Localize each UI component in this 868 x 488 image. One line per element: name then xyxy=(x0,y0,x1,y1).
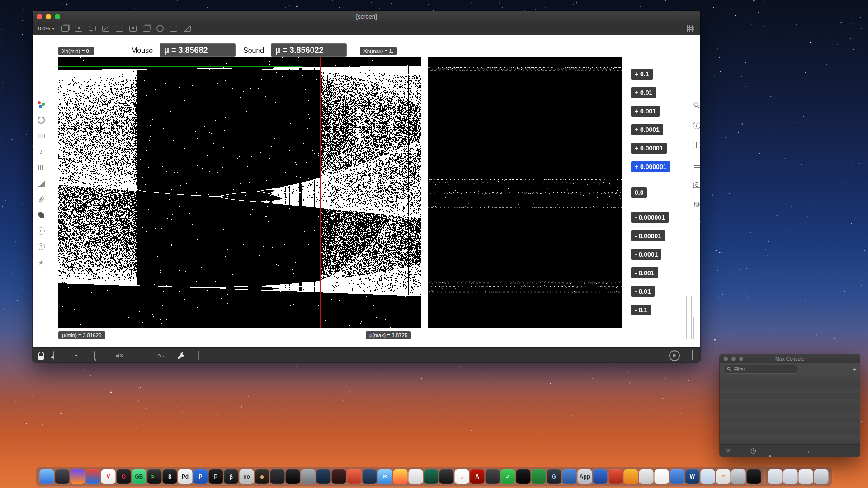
sequencer-icon[interactable] xyxy=(37,163,46,172)
bifurcation-diagram-display[interactable] xyxy=(58,57,421,328)
dock-icon-gb-studio[interactable]: GB xyxy=(132,469,146,484)
warnings-icon[interactable] xyxy=(767,447,773,455)
console-list-icon[interactable] xyxy=(693,161,700,169)
xn-min-label[interactable]: Xn(min) = 0. xyxy=(58,47,94,55)
clear-console-icon[interactable] xyxy=(726,447,730,455)
filter-searchbox[interactable] xyxy=(723,365,798,374)
dock-icon-iphone-sim[interactable] xyxy=(286,469,300,484)
dock-icon-dots-app[interactable] xyxy=(270,469,285,484)
signal-probe-icon[interactable] xyxy=(693,201,700,209)
select-tool-icon[interactable] xyxy=(53,352,54,360)
console-titlebar[interactable]: Max Console xyxy=(720,354,860,363)
filter-input[interactable] xyxy=(733,366,795,372)
dock-icon-wave-app[interactable] xyxy=(701,469,715,484)
dock-icon-blue-doc[interactable] xyxy=(670,469,684,484)
sound-mu-numberbox[interactable]: μ = 3.856022 xyxy=(271,43,347,57)
close-button[interactable] xyxy=(37,14,42,19)
dock-icon-music[interactable]: ♪ xyxy=(455,469,469,484)
minimize-button[interactable] xyxy=(46,14,51,19)
dock-icon-rocket-app[interactable] xyxy=(347,469,362,484)
history-clock-icon[interactable] xyxy=(750,448,756,454)
zoom-window-button[interactable] xyxy=(739,357,743,361)
inspector-info-icon[interactable] xyxy=(693,121,700,129)
object-palette-icon[interactable] xyxy=(37,100,46,109)
toggle-box-icon[interactable] xyxy=(129,26,137,32)
close-button[interactable] xyxy=(724,357,728,361)
dock-icon-adobe[interactable]: A xyxy=(470,469,485,484)
dock-icon-word[interactable]: W xyxy=(685,469,700,484)
delete-object-icon[interactable] xyxy=(102,26,109,32)
dock-icon-eight-app[interactable]: 8 xyxy=(163,469,177,484)
step-button[interactable]: - 0.000001 xyxy=(631,212,669,223)
object-box-icon[interactable] xyxy=(75,26,82,32)
step-button[interactable]: - 0.01 xyxy=(631,286,655,297)
dock-icon-vivaldi[interactable]: V xyxy=(101,469,116,484)
dock-icon-red-orb[interactable] xyxy=(609,469,623,484)
dock-icon-opera[interactable]: O xyxy=(117,469,131,484)
search-icon[interactable] xyxy=(693,101,700,109)
step-button[interactable]: + 0.0001 xyxy=(631,124,663,135)
zoom-window-button[interactable] xyxy=(55,14,60,19)
max-logo-icon[interactable] xyxy=(37,211,46,220)
message-box-icon[interactable] xyxy=(116,26,123,32)
dock-icon-trash[interactable] xyxy=(814,469,829,484)
xn-max-label[interactable]: Xn(max) = 1. xyxy=(360,47,397,55)
dock-icon-darkred-app[interactable] xyxy=(332,469,346,484)
dock-icon-terminal[interactable]: >_ xyxy=(147,469,162,484)
duplicate-icon[interactable] xyxy=(143,26,150,32)
step-button[interactable]: 0.0 xyxy=(631,187,647,198)
lock-icon[interactable] xyxy=(38,352,44,360)
patcher-titlebar[interactable]: [screen] xyxy=(33,11,700,22)
kslider-piano-icon[interactable] xyxy=(198,352,199,360)
dock-icon-audio-interface[interactable] xyxy=(301,469,316,484)
dock-icon-mainstage[interactable] xyxy=(439,469,454,484)
dock-icon-dark-clock[interactable] xyxy=(747,469,761,484)
dock-icon-timer[interactable] xyxy=(409,469,423,484)
dock-icon-beta-app[interactable]: β xyxy=(224,469,239,484)
media-browser-icon[interactable] xyxy=(37,147,46,156)
dock-icon-green-audio[interactable] xyxy=(424,469,439,484)
mouse-mu-numberbox[interactable]: μ = 3.85682 xyxy=(160,43,236,57)
dock-icon-juice[interactable] xyxy=(624,469,638,484)
dock-icon-steelblue-app[interactable] xyxy=(363,469,377,484)
dock-icon-phone-dark[interactable] xyxy=(516,469,531,484)
dock-icon-blue-search[interactable] xyxy=(593,469,608,484)
step-button[interactable]: - 0.00001 xyxy=(631,230,665,241)
dock-icon-calendar[interactable] xyxy=(655,469,669,484)
tools-wrench-icon[interactable] xyxy=(177,352,185,360)
dock-icon-finder[interactable] xyxy=(40,469,54,484)
mu-min-label[interactable]: μ(min) = 3.81625 xyxy=(58,331,105,339)
dock-icon-file-screenshot-2[interactable] xyxy=(783,469,798,484)
dock-icon-check-app[interactable]: ✓ xyxy=(501,469,515,484)
comment-icon[interactable] xyxy=(89,26,96,31)
step-button[interactable]: - 0.0001 xyxy=(631,249,661,260)
run-play-button[interactable] xyxy=(669,350,680,361)
tutorials-icon[interactable]: ? xyxy=(37,242,46,251)
step-button[interactable]: + 0.000001 xyxy=(631,161,670,172)
audio-mute-icon[interactable] xyxy=(116,352,123,359)
snapshot-camera-icon[interactable] xyxy=(693,181,700,189)
images-icon[interactable] xyxy=(37,179,46,188)
step-button[interactable]: + 0.001 xyxy=(631,106,660,117)
audio-status-icon[interactable] xyxy=(37,116,46,125)
back-arrow-icon[interactable] xyxy=(807,447,813,455)
patcher-file-icon[interactable] xyxy=(37,131,46,141)
dock-icon-mail[interactable]: ✉ xyxy=(378,469,392,484)
dock-icon-app-text[interactable]: App xyxy=(578,469,592,484)
object-palette-grid-icon[interactable] xyxy=(687,25,694,32)
dock-icon-file-keys[interactable] xyxy=(799,469,813,484)
packages-icon[interactable]: P xyxy=(37,226,46,235)
dock-icon-photos[interactable] xyxy=(393,469,408,484)
cloud-share-icon[interactable] xyxy=(184,26,191,32)
snippets-clip-icon[interactable] xyxy=(37,195,46,204)
dock-icon-dark-tool[interactable] xyxy=(486,469,500,484)
dock-icon-navy-app[interactable] xyxy=(316,469,331,484)
dock-icon-calc[interactable] xyxy=(639,469,654,484)
zoom-level-control[interactable]: 100% xyxy=(37,26,55,31)
dock-icon-green-tv[interactable] xyxy=(532,469,546,484)
dock-icon-g-app[interactable]: G xyxy=(547,469,561,484)
dock-icon-blue-window[interactable] xyxy=(562,469,577,484)
new-patcher-icon[interactable] xyxy=(61,26,69,32)
dock-icon-sonic-eyes[interactable]: oo xyxy=(240,469,254,484)
dock-icon-file-screenshot-1[interactable] xyxy=(768,469,783,484)
